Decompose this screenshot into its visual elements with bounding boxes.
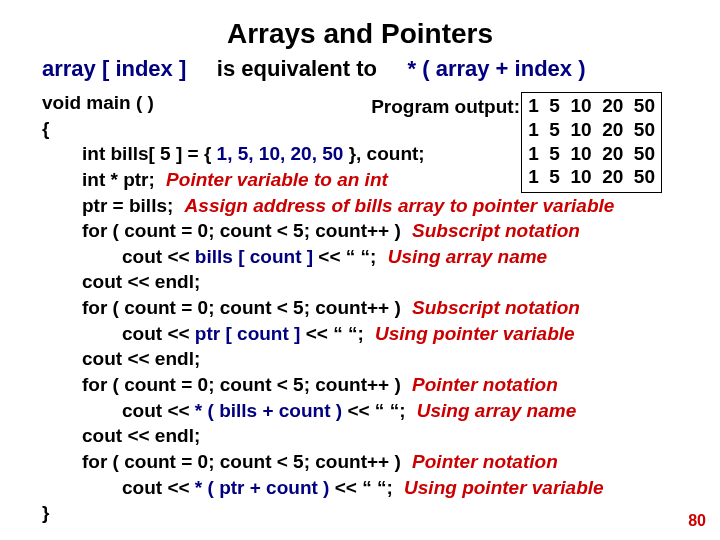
code-line: for ( count = 0; count < 5; count++ ) Po…: [42, 449, 678, 475]
code-text: int * ptr;: [82, 169, 155, 190]
code-navy: bills [ count ]: [195, 246, 313, 267]
code-text: cout <<: [122, 477, 195, 498]
code-text: for ( count = 0; count < 5; count++ ): [82, 451, 401, 472]
code-line: void main ( ): [42, 90, 678, 116]
annotation: Pointer notation: [412, 449, 558, 475]
code-text: << “ “;: [300, 323, 363, 344]
code-line: }: [42, 500, 678, 526]
code-line: for ( count = 0; count < 5; count++ ) Su…: [42, 295, 678, 321]
annotation: Subscript notation: [412, 218, 580, 244]
code-text: cout <<: [122, 323, 195, 344]
code-text: << “ “;: [342, 400, 405, 421]
equivalence-line: array [ index ] is equivalent to * ( arr…: [42, 56, 678, 82]
code-text: << “ “;: [329, 477, 392, 498]
annotation: Using pointer variable: [375, 321, 575, 347]
annotation: Pointer notation: [412, 372, 558, 398]
code-text: for ( count = 0; count < 5; count++ ): [82, 374, 401, 395]
code-line: cout << endl;: [42, 346, 678, 372]
code-text: for ( count = 0; count < 5; count++ ): [82, 220, 401, 241]
code-text: ptr = bills;: [82, 195, 173, 216]
code-line: ptr = bills; Assign address of bills arr…: [42, 193, 678, 219]
code-line: {: [42, 116, 678, 142]
code-text: << “ “;: [313, 246, 376, 267]
code-line: cout << endl;: [42, 269, 678, 295]
annotation: Using array name: [417, 398, 576, 424]
annotation: Using array name: [388, 244, 547, 270]
code-text: }, count;: [343, 143, 424, 164]
code-line: cout << endl;: [42, 423, 678, 449]
code-text: for ( count = 0; count < 5; count++ ): [82, 297, 401, 318]
page-number: 80: [688, 512, 706, 530]
code-line: cout << * ( bills + count ) << “ “; Usin…: [42, 398, 678, 424]
code-navy: * ( ptr + count ): [195, 477, 330, 498]
code-line: cout << ptr [ count ] << “ “; Using poin…: [42, 321, 678, 347]
equiv-left: array [ index ]: [42, 56, 186, 81]
annotation: Using pointer variable: [404, 475, 604, 501]
equiv-right: * ( array + index ): [408, 56, 586, 81]
code-line: for ( count = 0; count < 5; count++ ) Po…: [42, 372, 678, 398]
code-line: int * ptr; Pointer variable to an int: [42, 167, 678, 193]
slide-title: Arrays and Pointers: [42, 18, 678, 50]
annotation: Pointer variable to an int: [166, 167, 388, 193]
code-navy: * ( bills + count ): [195, 400, 342, 421]
code-line: cout << bills [ count ] << “ “; Using ar…: [42, 244, 678, 270]
code-area: void main ( ) { int bills[ 5 ] = { 1, 5,…: [42, 90, 678, 526]
code-text: cout <<: [122, 400, 195, 421]
code-line: int bills[ 5 ] = { 1, 5, 10, 20, 50 }, c…: [42, 141, 678, 167]
code-navy: 1, 5, 10, 20, 50: [217, 143, 344, 164]
code-navy: ptr [ count ]: [195, 323, 301, 344]
annotation: Assign address of bills array to pointer…: [185, 193, 615, 219]
equiv-mid: is equivalent to: [217, 56, 377, 81]
code-line: for ( count = 0; count < 5; count++ ) Su…: [42, 218, 678, 244]
code-text: int bills[ 5 ] = {: [82, 143, 217, 164]
annotation: Subscript notation: [412, 295, 580, 321]
code-line: cout << * ( ptr + count ) << “ “; Using …: [42, 475, 678, 501]
code-text: cout <<: [122, 246, 195, 267]
